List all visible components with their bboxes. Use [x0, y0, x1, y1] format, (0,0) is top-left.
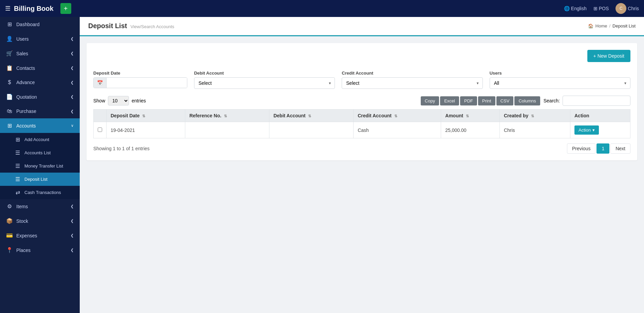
page-header: Deposit List View/Search Accounts 🏠 Home…: [80, 17, 644, 35]
table-buttons: Copy Excel PDF Print CSV Columns: [421, 96, 540, 105]
credit-account-select[interactable]: Select: [342, 77, 482, 89]
col-action: Action: [570, 110, 630, 122]
pdf-button[interactable]: PDF: [460, 96, 477, 105]
navbar: ☰ Billing Book + 🌐 English ⊞ POS C Chris: [0, 0, 644, 17]
sidebar-item-contacts[interactable]: 📋 Contacts ❮: [0, 61, 80, 75]
breadcrumb-home[interactable]: Home: [595, 23, 607, 28]
sidebar-item-sales[interactable]: 🛒 Sales ❮: [0, 46, 80, 61]
items-icon: ⚙: [6, 203, 13, 210]
chevron-right-icon: ❮: [71, 66, 74, 70]
sidebar-item-accounts[interactable]: ⊞ Accounts ∨: [0, 118, 80, 133]
users-select[interactable]: All: [490, 77, 630, 89]
sidebar-item-label: Users: [16, 36, 29, 42]
checkbox-col-header: [94, 110, 107, 122]
sidebar-item-items[interactable]: ⚙ Items ❮: [0, 199, 80, 214]
entries-select[interactable]: 10 25 50 100: [108, 96, 129, 105]
users-icon: 👤: [6, 36, 13, 42]
columns-button[interactable]: Columns: [514, 96, 540, 105]
search-input[interactable]: [563, 96, 630, 106]
action-button[interactable]: Action ▾: [574, 125, 599, 135]
cell-reference-no: [185, 122, 269, 138]
col-debit-account[interactable]: Debit Account ⇅: [269, 110, 353, 122]
sidebar-item-label: Sales: [16, 51, 28, 56]
print-button[interactable]: Print: [478, 96, 495, 105]
chevron-right-icon: ❮: [71, 37, 74, 41]
sidebar-sub-label: Deposit List: [24, 177, 48, 182]
csv-button[interactable]: CSV: [496, 96, 514, 105]
sidebar-item-purchase[interactable]: 🛍 Purchase ❮: [0, 104, 80, 118]
avatar: C: [615, 3, 626, 14]
sort-icon: ⇅: [224, 114, 227, 118]
entries-label: entries: [132, 98, 146, 103]
col-amount[interactable]: Amount ⇅: [441, 110, 500, 122]
sidebar-item-label: Dashboard: [16, 22, 40, 27]
sidebar: ⊞ Dashboard 👤 Users ❮ 🛒 Sales ❮ 📋 Contac…: [0, 17, 80, 313]
deposit-date-filter: Deposit Date 📅: [93, 71, 187, 89]
sidebar-item-label: Advance: [16, 80, 35, 85]
money-transfer-icon: ☰: [14, 163, 21, 169]
excel-button[interactable]: Excel: [440, 96, 459, 105]
sidebar-item-money-transfer[interactable]: ☰ Money Transfer List: [0, 159, 80, 173]
row-checkbox[interactable]: [98, 128, 102, 132]
hamburger-icon[interactable]: ☰: [5, 5, 11, 12]
dashboard-icon: ⊞: [6, 21, 13, 27]
places-icon: 📍: [6, 247, 13, 253]
stock-icon: 📦: [6, 218, 13, 224]
sidebar-item-advance[interactable]: $ Advance ❮: [0, 75, 80, 90]
col-reference-no[interactable]: Reference No. ⇅: [185, 110, 269, 122]
pos-button[interactable]: ⊞ POS: [593, 6, 609, 11]
sidebar-item-add-account[interactable]: ⊞ Add Account: [0, 133, 80, 146]
data-table: Deposit Date ⇅ Reference No. ⇅ Debit Acc…: [93, 109, 630, 138]
sidebar-sub-label: Money Transfer List: [24, 163, 63, 169]
sidebar-sub-label: Add Account: [24, 137, 49, 142]
chevron-right-icon: ❮: [71, 248, 74, 252]
copy-button[interactable]: Copy: [421, 96, 439, 105]
sidebar-item-label: Places: [16, 248, 31, 253]
language-icon: 🌐: [564, 6, 570, 11]
sidebar-item-quotation[interactable]: 📄 Quotation ❮: [0, 90, 80, 104]
credit-account-label: Credit Account: [342, 71, 482, 76]
sidebar-item-places[interactable]: 📍 Places ❮: [0, 243, 80, 257]
cell-debit-account: [269, 122, 353, 138]
page-1-button[interactable]: 1: [596, 143, 609, 154]
sidebar-item-cash-transactions[interactable]: ⇄ Cash Transactions: [0, 186, 80, 199]
table-footer: Showing 1 to 1 of 1 entries Previous 1 N…: [93, 143, 630, 154]
deposit-date-input[interactable]: [107, 78, 187, 88]
sidebar-item-dashboard[interactable]: ⊞ Dashboard: [0, 17, 80, 32]
quotation-icon: 📄: [6, 94, 13, 100]
previous-button[interactable]: Previous: [567, 143, 595, 154]
search-area: Search:: [544, 96, 630, 106]
advance-icon: $: [6, 79, 13, 85]
sidebar-item-label: Quotation: [16, 94, 37, 100]
entries-info: Showing 1 to 1 of 1 entries: [93, 146, 150, 151]
user-menu[interactable]: C Chris: [615, 3, 639, 14]
table-row: 19-04-2021 Cash 25,000.00 Chris Action ▾: [94, 122, 630, 138]
breadcrumb-separator: /: [609, 23, 610, 28]
navbar-right: 🌐 English ⊞ POS C Chris: [564, 3, 639, 14]
page-subtitle: View/Search Accounts: [130, 24, 174, 29]
sidebar-item-label: Purchase: [16, 109, 36, 114]
sidebar-sub-label: Cash Transactions: [24, 190, 61, 195]
sidebar-item-deposit-list[interactable]: ☰ Deposit List: [0, 173, 80, 186]
accounts-list-icon: ☰: [14, 150, 21, 156]
debit-account-select[interactable]: Select: [194, 77, 335, 89]
table-controls: Show 10 25 50 100 entries Copy Excel PDF…: [93, 96, 630, 106]
sidebar-item-expenses[interactable]: 💳 Expenses ❮: [0, 228, 80, 243]
sort-icon: ⇅: [142, 114, 145, 118]
sidebar-item-label: Items: [16, 204, 28, 209]
sidebar-item-accounts-list[interactable]: ☰ Accounts List: [0, 146, 80, 159]
language-selector[interactable]: 🌐 English: [564, 6, 587, 11]
col-deposit-date[interactable]: Deposit Date ⇅: [107, 110, 185, 122]
filter-row: Deposit Date 📅 Debit Account Select: [93, 71, 630, 89]
col-created-by[interactable]: Created by ⇅: [499, 110, 570, 122]
next-button[interactable]: Next: [610, 143, 630, 154]
plus-icon: ⊞: [593, 6, 598, 11]
sidebar-item-stock[interactable]: 📦 Stock ❮: [0, 214, 80, 228]
quick-add-button[interactable]: +: [60, 3, 71, 14]
new-deposit-button[interactable]: + New Deposit: [587, 50, 630, 62]
add-account-icon: ⊞: [14, 136, 21, 143]
sidebar-item-users[interactable]: 👤 Users ❮: [0, 32, 80, 46]
debit-account-label: Debit Account: [194, 71, 335, 76]
chevron-right-icon: ❮: [71, 219, 74, 223]
col-credit-account[interactable]: Credit Account ⇅: [354, 110, 441, 122]
